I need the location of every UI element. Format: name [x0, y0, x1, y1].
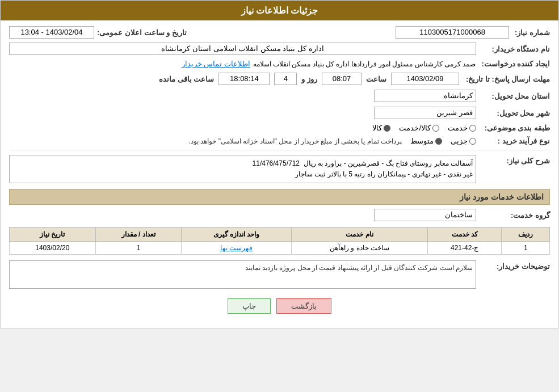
tosif-value: سلازم است شرکت کنندگان قبل از ارائه پیشن…	[9, 260, 476, 289]
tabaqe-kala[interactable]: کالا	[372, 124, 390, 132]
tabaqe-khadamat-label: خدمت	[448, 124, 468, 132]
announcement-label: تاریخ و ساعت اعلان عمومی:	[97, 28, 187, 37]
page-header: جزئیات اطلاعات نیاز	[1, 1, 558, 20]
footer-buttons: بازگشت چاپ	[9, 298, 550, 314]
radio-kala-icon	[384, 125, 390, 132]
noefraind-mottavaset-label: متوسط	[410, 137, 434, 145]
col-kod: کد خدمت	[427, 227, 502, 242]
col-name: نام خدمت	[292, 227, 428, 242]
noefraind-jozii[interactable]: جزیی	[451, 137, 476, 145]
print-button[interactable]: چاپ	[228, 298, 271, 314]
cell-name: ساخت جاده و راهآهن	[292, 242, 428, 255]
radio-mottavaset-icon	[435, 138, 442, 145]
date-value: 1403/02/09	[391, 73, 459, 85]
mohlet-label: مهلت ارسال پاسخ: تا تاریخ:	[459, 75, 550, 83]
noefraind-jozii-label: جزیی	[451, 137, 468, 145]
page-title: جزئیات اطلاعات نیاز	[241, 6, 318, 15]
tabaqe-kala-label: کالا	[372, 124, 382, 132]
cell-tedad: 1	[95, 242, 181, 255]
table-row: 1 ج-42-421 ساخت جاده و راهآهن فهرست بها …	[10, 242, 550, 255]
radio-jozii-icon	[469, 138, 476, 145]
gorohe-value: ساختمان	[374, 209, 476, 221]
shomara-label: شماره نیاز:	[515, 28, 550, 37]
saat-label: ساعت	[366, 75, 386, 83]
col-tedad: تعداد / مقدار	[95, 227, 181, 242]
mande-value: 18:08:14	[218, 73, 270, 85]
cell-radif: 1	[502, 242, 550, 255]
saat-value: 08:07	[322, 73, 362, 85]
cell-vahed[interactable]: فهرست بها	[182, 242, 292, 255]
shahr-value: قصر شیرین	[374, 107, 476, 119]
noefraind-mottavaset[interactable]: متوسط	[410, 137, 442, 145]
radio-kala-khadamat-icon	[432, 125, 439, 132]
dastgah-label: نام دستگاه خریدار:	[476, 45, 550, 53]
noefraind-text: پرداخت تمام یا بخشی از مبلغ خریدار از مح…	[189, 137, 402, 145]
shomara-value: 1103005171000068	[396, 26, 509, 39]
announcement-value: 1403/02/04 - 13:04	[9, 26, 94, 39]
ijah-value: صمد کرمی کارشناس مسئول امور قراردادها اد…	[253, 60, 476, 68]
divider1	[9, 150, 550, 150]
rooz-value: 4	[274, 73, 297, 85]
mande-label: ساعت باقی مانده	[159, 75, 214, 83]
contact-link[interactable]: اطلاعات تماس خریدار	[182, 60, 250, 68]
dastgah-value: اداره کل بنیاد مسکن انقلاب اسلامی استان …	[9, 43, 476, 55]
radio-khadamat-icon	[469, 125, 476, 132]
back-button[interactable]: بازگشت	[276, 298, 331, 314]
tabaqe-radio-group: خدمت کالا/خدمت کالا	[372, 124, 476, 132]
col-tarikh: تاریخ نیاز	[10, 227, 96, 242]
ostan-value: کرمانشاه	[374, 90, 476, 102]
cell-kod: ج-42-421	[427, 242, 502, 255]
col-vahed: واحد اندازه گیری	[182, 227, 292, 242]
noefraind-label: نوع فرآیند خرید :	[476, 137, 550, 145]
sharh-value: آسفالت معابر روستای فتاح بگ - قصرشیرین -…	[9, 155, 476, 183]
ijah-label: ایجاد کننده درخواست:	[476, 60, 550, 68]
tosif-label: توضیحات خریدار:	[476, 260, 550, 271]
ostan-label: استان محل تحویل:	[476, 92, 550, 100]
sharh-label: شرح کلی نیاز:	[476, 155, 550, 165]
shahr-label: شهر محل تحویل:	[476, 109, 550, 117]
tabaqe-khadamat[interactable]: خدمت	[448, 124, 476, 132]
rooz-label: روز و	[301, 75, 317, 83]
services-table: ردیف کد خدمت نام خدمت واحد اندازه گیری ت…	[9, 227, 550, 255]
tabaqe-kala-khadamat-label: کالا/خدمت	[399, 124, 431, 132]
noefraind-radio-group: جزیی متوسط	[410, 137, 476, 145]
tabaqe-label: طبقه بندی موضوعی:	[476, 124, 550, 132]
khadamat-section-title: اطلاعات خدمات مورد نیاز	[9, 189, 550, 205]
col-radif: ردیف	[502, 227, 550, 242]
tabaqe-kala-khadamat[interactable]: کالا/خدمت	[399, 124, 439, 132]
gorohe-label: گروه خدمت:	[476, 211, 550, 220]
services-table-container: ردیف کد خدمت نام خدمت واحد اندازه گیری ت…	[9, 227, 550, 255]
cell-tarikh: 1403/02/20	[10, 242, 96, 255]
